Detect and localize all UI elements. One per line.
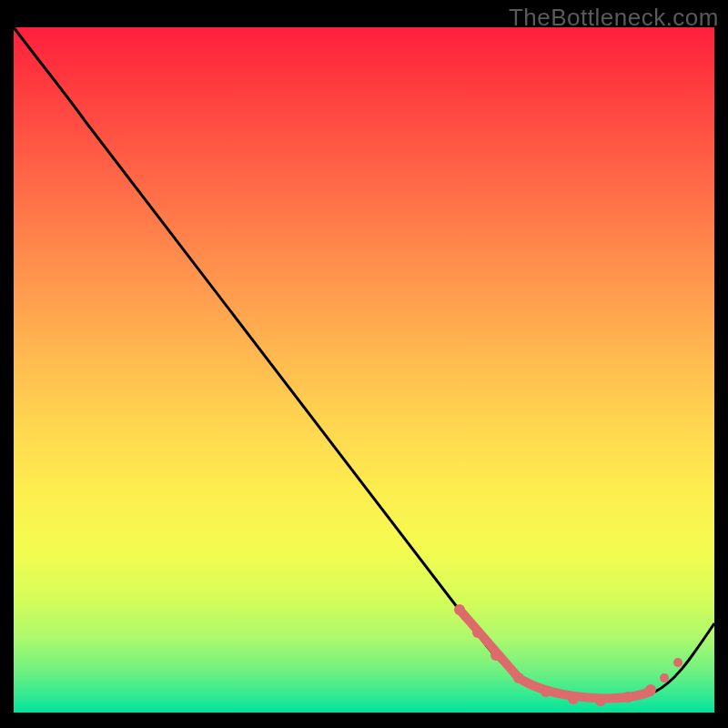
svg-point-7 [622,692,633,703]
svg-point-0 [454,604,465,615]
watermark-text: TheBottleneck.com [509,4,719,32]
chart-frame: TheBottleneck.com [0,0,728,728]
svg-point-5 [568,693,579,704]
plot-area [14,27,714,713]
series-curve [14,27,714,700]
highlight-segments [460,610,651,698]
svg-point-3 [513,672,524,683]
svg-point-10 [673,658,682,667]
svg-point-6 [595,695,606,706]
chart-svg [14,27,714,713]
svg-point-1 [472,627,483,638]
svg-point-2 [490,650,501,661]
svg-point-9 [660,673,669,682]
svg-point-8 [645,684,656,695]
svg-point-4 [541,686,551,697]
